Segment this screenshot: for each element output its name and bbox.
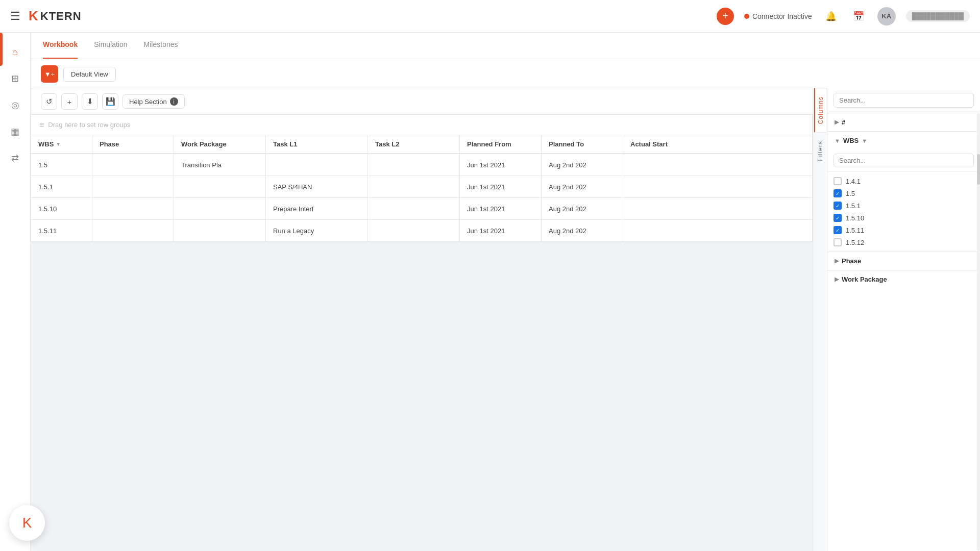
td-pt-1: Aug 2nd 202 [542, 176, 623, 197]
wp-section[interactable]: ▶ Work Package [827, 270, 980, 288]
td-wbs-2: 1.5.10 [31, 198, 92, 219]
td-l2-1 [368, 176, 460, 197]
th-work-package[interactable]: Work Package [174, 135, 266, 153]
sidebar-item-chart[interactable]: ▦ [4, 120, 27, 143]
right-panel: ▶ # ▼ WBS ▼ 1.4.1 [827, 88, 980, 551]
drag-row-groups[interactable]: ≡ Drag here to set row groups [31, 115, 812, 135]
wbs-value-1512: 1.5.12 [846, 239, 864, 246]
td-pt-3: Aug 2nd 202 [542, 220, 623, 241]
wbs-checkbox-15[interactable]: ✓ [834, 189, 842, 197]
sidebar: ⌂ ⊞ ◎ ▦ ⇄ ⚙ [0, 33, 31, 551]
wbs-value-141: 1.4.1 [846, 178, 861, 185]
td-phase-1 [92, 176, 174, 197]
wbs-checkbox-1511[interactable]: ✓ [834, 226, 842, 234]
th-task-l2[interactable]: Task L2 [368, 135, 460, 153]
td-wp-0: Transition Pla [174, 154, 266, 176]
hamburger-menu[interactable]: ☰ [10, 10, 20, 23]
notification-icon[interactable]: 🔔 [822, 8, 840, 25]
filter-button[interactable]: ▼+ [41, 65, 58, 83]
th-planned-to[interactable]: Planned To [542, 135, 623, 153]
columns-tab[interactable]: Columns [814, 88, 826, 132]
default-view-button[interactable]: Default View [63, 67, 116, 82]
th-actual-start[interactable]: Actual Start [623, 135, 812, 153]
wbs-value-15: 1.5 [846, 190, 855, 197]
td-phase-3 [92, 220, 174, 241]
navbar-actions: + Connector Inactive 🔔 📅 KA ███████████ [717, 7, 970, 26]
hash-chevron-right: ▶ [835, 119, 839, 126]
wbs-section: ▼ WBS ▼ 1.4.1 ✓ 1.5 [827, 132, 980, 252]
td-wp-2 [174, 198, 266, 219]
hash-section: ▶ # [827, 113, 980, 132]
sidebar-item-transfer[interactable]: ⇄ [4, 147, 27, 169]
th-phase[interactable]: Phase [92, 135, 174, 153]
avatar[interactable]: KA [877, 7, 896, 26]
phase-section[interactable]: ▶ Phase [827, 252, 980, 270]
wbs-value-1510: 1.5.10 [846, 214, 864, 222]
td-as-0 [623, 154, 812, 176]
th-task-l1[interactable]: Task L1 [266, 135, 368, 153]
wbs-filter-item: ✓ 1.5.1 [834, 199, 974, 212]
td-l1-3: Run a Legacy [266, 220, 368, 241]
sidebar-item-grid[interactable]: ⊞ [4, 67, 27, 90]
th-wbs[interactable]: WBS ▼ [31, 135, 92, 153]
wbs-checkbox-151[interactable]: ✓ [834, 202, 842, 210]
save-button[interactable]: 💾 [102, 93, 118, 110]
add-row-button[interactable]: + [61, 93, 78, 110]
connector-status: Connector Inactive [744, 12, 812, 20]
wbs-search-input[interactable] [834, 154, 974, 167]
tab-milestones[interactable]: Milestones [144, 33, 178, 59]
table-row: 1.5.11 Run a Legacy Jun 1st 2021 Aug 2nd… [31, 220, 812, 242]
panel-scrollbar-track [977, 113, 980, 551]
hash-section-header[interactable]: ▶ # [827, 113, 980, 131]
table-header: WBS ▼ Phase Work Package Task L1 Task L2 [31, 135, 812, 154]
right-panel-tabs: Columns Filters [813, 88, 827, 551]
download-icon: ⬇ [87, 97, 93, 106]
td-wbs-0: 1.5 [31, 154, 92, 176]
tab-workbook[interactable]: Workbook [43, 33, 78, 59]
wbs-checkbox-141[interactable] [834, 177, 842, 185]
download-button[interactable]: ⬇ [82, 93, 98, 110]
bottom-widget[interactable]: K [9, 505, 45, 541]
td-as-3 [623, 220, 812, 241]
username-display: ███████████ [906, 10, 970, 22]
td-phase-0 [92, 154, 174, 176]
phase-section-label: Phase [842, 257, 861, 265]
info-icon: i [170, 97, 178, 106]
table-container: ≡ Drag here to set row groups WBS ▼ Phas… [31, 114, 980, 242]
td-l1-0 [266, 154, 368, 176]
wp-section-label: Work Package [842, 276, 887, 283]
th-planned-from[interactable]: Planned From [460, 135, 542, 153]
table-row: 1.5.1 SAP S/4HAN Jun 1st 2021 Aug 2nd 20… [31, 176, 812, 198]
add-icon: + [67, 97, 72, 106]
sidebar-item-location[interactable]: ◎ [4, 94, 27, 116]
help-section-button[interactable]: Help Section i [122, 94, 185, 109]
calendar-icon[interactable]: 📅 [850, 8, 867, 25]
save-icon: 💾 [106, 97, 115, 106]
undo-button[interactable]: ↺ [41, 93, 57, 110]
td-pf-1: Jun 1st 2021 [460, 176, 542, 197]
sidebar-item-home[interactable]: ⌂ [4, 41, 27, 63]
wbs-checkbox-1510[interactable]: ✓ [834, 214, 842, 222]
logo-icon: K [29, 8, 38, 24]
filters-tab[interactable]: Filters [815, 132, 826, 169]
td-pf-0: Jun 1st 2021 [460, 154, 542, 176]
wbs-chevron-down: ▼ [835, 138, 840, 144]
td-pf-3: Jun 1st 2021 [460, 220, 542, 241]
add-button[interactable]: + [717, 8, 734, 25]
panel-search-input[interactable] [834, 93, 974, 108]
panel-scrollbar-thumb[interactable] [977, 154, 980, 185]
data-table: ≡ Drag here to set row groups WBS ▼ Phas… [31, 114, 813, 242]
td-l2-2 [368, 198, 460, 219]
wbs-checkbox-1512[interactable] [834, 238, 842, 246]
td-wbs-1: 1.5.1 [31, 176, 92, 197]
wbs-value-1511: 1.5.11 [846, 227, 864, 234]
hash-label: # [842, 118, 845, 126]
td-phase-2 [92, 198, 174, 219]
wbs-section-header[interactable]: ▼ WBS ▼ [827, 132, 980, 149]
tab-simulation[interactable]: Simulation [94, 33, 127, 59]
td-wp-1 [174, 176, 266, 197]
bottom-widget-icon: K [22, 515, 32, 531]
undo-icon: ↺ [46, 97, 53, 106]
help-section-label: Help Section [129, 98, 167, 106]
drag-icon: ≡ [39, 120, 44, 130]
